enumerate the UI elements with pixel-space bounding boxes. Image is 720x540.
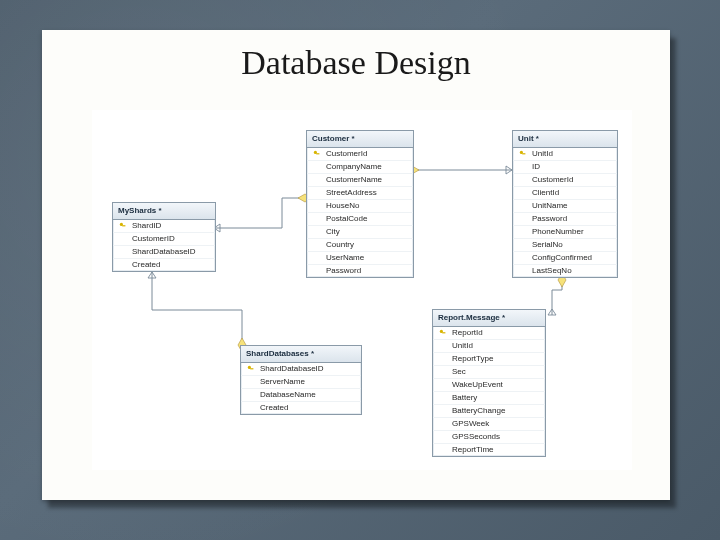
table-row: ServerName <box>241 376 361 389</box>
column-name: StreetAddress <box>326 188 377 198</box>
column-name: ReportType <box>452 354 493 364</box>
column-name: Created <box>132 260 160 270</box>
column-name: UserName <box>326 253 364 263</box>
column-name: GPSWeek <box>452 419 489 429</box>
column-name: ShardID <box>132 221 161 231</box>
column-name: ReportId <box>452 328 483 338</box>
table-row: Country <box>307 239 413 252</box>
column-name: PhoneNumber <box>532 227 584 237</box>
table-row: CustomerID <box>113 233 215 246</box>
table-row: ShardDatabaseID <box>241 363 361 376</box>
table-row: City <box>307 226 413 239</box>
column-name: ShardDatabaseID <box>260 364 324 374</box>
key-icon <box>438 329 448 337</box>
key-icon <box>518 150 528 158</box>
svg-rect-1 <box>122 225 125 226</box>
table-row: Created <box>241 402 361 414</box>
table-header: Unit * <box>513 131 617 148</box>
column-name: WakeUpEvent <box>452 380 503 390</box>
column-name: CustomerId <box>326 149 367 159</box>
column-name: LastSeqNo <box>532 266 572 276</box>
table-row: Created <box>113 259 215 271</box>
column-name: UnitId <box>452 341 473 351</box>
table-row: ReportType <box>433 353 545 366</box>
column-name: City <box>326 227 340 237</box>
table-row: UnitName <box>513 200 617 213</box>
table-customer[interactable]: Customer * CustomerId CompanyName Custom… <box>306 130 414 278</box>
column-name: DatabaseName <box>260 390 316 400</box>
table-reportmessage[interactable]: Report.Message * ReportId UnitId ReportT… <box>432 309 546 457</box>
table-row: ID <box>513 161 617 174</box>
table-row: ShardID <box>113 220 215 233</box>
column-name: ConfigConfirmed <box>532 253 592 263</box>
column-name: BatteryChange <box>452 406 505 416</box>
table-header: Customer * <box>307 131 413 148</box>
rel-myshards-sharddb <box>152 272 242 345</box>
key-icon <box>312 150 322 158</box>
end-infinity-3 <box>148 272 156 278</box>
table-row: UnitId <box>433 340 545 353</box>
table-row: Password <box>513 213 617 226</box>
table-row: PhoneNumber <box>513 226 617 239</box>
table-row: GPSWeek <box>433 418 545 431</box>
table-header: ShardDatabases * <box>241 346 361 363</box>
table-row: UnitId <box>513 148 617 161</box>
slide-title: Database Design <box>42 44 670 82</box>
column-name: UnitName <box>532 201 568 211</box>
end-infinity-4 <box>548 309 556 315</box>
column-name: CompanyName <box>326 162 382 172</box>
table-row: Sec <box>433 366 545 379</box>
table-row: ConfigConfirmed <box>513 252 617 265</box>
column-name: ID <box>532 162 540 172</box>
column-name: CustomerId <box>532 175 573 185</box>
table-row: WakeUpEvent <box>433 379 545 392</box>
table-row: PostalCode <box>307 213 413 226</box>
column-name: ServerName <box>260 377 305 387</box>
table-row: ReportId <box>433 327 545 340</box>
table-row: ClientId <box>513 187 617 200</box>
table-row: BatteryChange <box>433 405 545 418</box>
table-row: SerialNo <box>513 239 617 252</box>
svg-rect-3 <box>316 153 319 154</box>
table-row: DatabaseName <box>241 389 361 402</box>
column-name: CustomerID <box>132 234 175 244</box>
slide: Database Design MyShards * ShardID C <box>42 30 670 500</box>
table-row: StreetAddress <box>307 187 413 200</box>
column-name: Sec <box>452 367 466 377</box>
table-unit[interactable]: Unit * UnitId ID CustomerId ClientId Uni… <box>512 130 618 278</box>
svg-rect-7 <box>250 368 253 369</box>
table-row: ReportTime <box>433 444 545 456</box>
rel-myshards-customer <box>214 198 305 228</box>
key-icon <box>246 365 256 373</box>
table-row: CustomerId <box>307 148 413 161</box>
column-name: Battery <box>452 393 477 403</box>
column-name: Password <box>532 214 567 224</box>
table-row: UserName <box>307 252 413 265</box>
column-name: Country <box>326 240 354 250</box>
column-name: PostalCode <box>326 214 367 224</box>
table-row: CustomerName <box>307 174 413 187</box>
table-row: Battery <box>433 392 545 405</box>
column-name: GPSSeconds <box>452 432 500 442</box>
table-header: MyShards * <box>113 203 215 220</box>
rel-report-unit <box>552 280 562 315</box>
column-name: Password <box>326 266 361 276</box>
column-name: UnitId <box>532 149 553 159</box>
table-row: LastSeqNo <box>513 265 617 277</box>
table-row: ShardDatabaseID <box>113 246 215 259</box>
table-sharddatabases[interactable]: ShardDatabases * ShardDatabaseID ServerN… <box>240 345 362 415</box>
table-row: CustomerId <box>513 174 617 187</box>
table-myshards[interactable]: MyShards * ShardID CustomerID ShardDatab… <box>112 202 216 272</box>
column-name: SerialNo <box>532 240 563 250</box>
column-name: Created <box>260 403 288 413</box>
svg-rect-9 <box>442 332 445 333</box>
table-header: Report.Message * <box>433 310 545 327</box>
key-icon <box>118 222 128 230</box>
table-row: CompanyName <box>307 161 413 174</box>
table-row: GPSSeconds <box>433 431 545 444</box>
svg-rect-5 <box>522 153 525 154</box>
table-row: Password <box>307 265 413 277</box>
table-row: HouseNo <box>307 200 413 213</box>
column-name: CustomerName <box>326 175 382 185</box>
diagram-canvas: MyShards * ShardID CustomerID ShardDatab… <box>92 110 632 470</box>
